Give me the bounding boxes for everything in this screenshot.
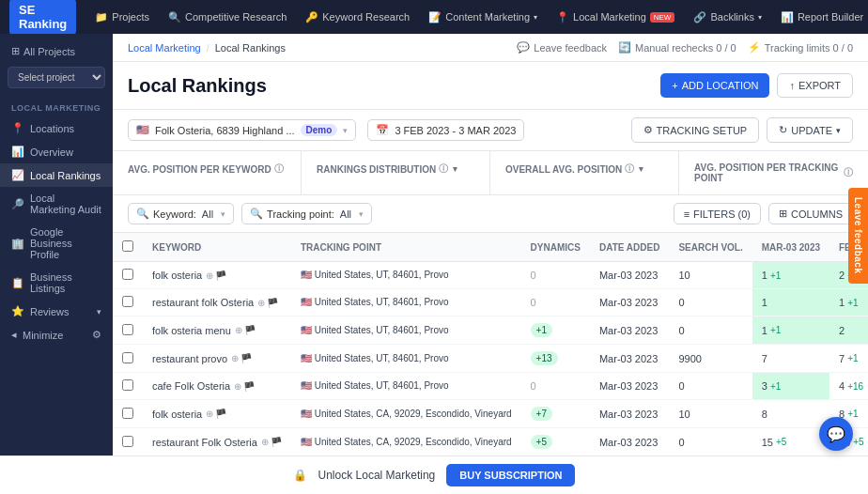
buy-subscription-button[interactable]: BUY SUBSCRIPTION [446, 464, 575, 486]
unlock-bar: 🔒 Unlock Local Marketing BUY SUBSCRIPTIO… [0, 455, 868, 494]
nav-report-builder[interactable]: 📊 Report Builder [773, 8, 868, 27]
gear-icon[interactable]: ⚙ [92, 329, 101, 341]
nav-local-marketing[interactable]: 📍 Local Marketing NEW [549, 8, 682, 27]
backlinks-icon: 🔗 [693, 11, 706, 23]
select-all-checkbox[interactable] [122, 240, 133, 252]
col-header-date[interactable]: DATE ADDED [590, 233, 669, 262]
breadcrumb-bar: Local Marketing / Local Rankings 💬 Leave… [113, 34, 868, 62]
nav-keyword-research[interactable]: 🔑 Keyword Research [298, 8, 417, 27]
nav-backlinks[interactable]: 🔗 Backlinks ▾ [686, 8, 768, 27]
row-checkbox[interactable] [122, 408, 133, 419]
filter-icon: 🔍 [136, 208, 149, 220]
keyword-text: folk osteria menu [152, 325, 231, 336]
sidebar-section-label: LOCAL MARKETING [0, 94, 113, 116]
reviews-icon: ⭐ [11, 305, 24, 317]
manual-rechecks[interactable]: 🔄 Manual rechecks 0 / 0 [618, 41, 736, 54]
search-volume: 0 [669, 373, 752, 400]
rank-value: 3 +1 [762, 380, 820, 392]
dynamics-badge: +7 [531, 407, 552, 421]
date-range-selector[interactable]: 📅 3 FEB 2023 - 3 MAR 2023 [367, 119, 524, 141]
tracking-setup-button[interactable]: ⚙ TRACKING SETUP [631, 117, 760, 143]
sidebar-item-reviews[interactable]: ⭐ Reviews ▾ [0, 300, 113, 323]
add-location-button[interactable]: + ADD LOCATION [660, 73, 769, 98]
project-select[interactable]: Select project [8, 67, 105, 88]
chevron-down-icon: ▾ [221, 209, 225, 219]
breadcrumb: Local Marketing / Local Rankings [128, 42, 286, 54]
nav-projects[interactable]: 📁 Projects [87, 8, 157, 27]
tracking-limits[interactable]: ⚡ Tracking limits 0 / 0 [748, 41, 853, 54]
sidebar-item-business-listings[interactable]: 📋 Business Listings [0, 266, 113, 300]
target-icon: ⊕ [234, 381, 241, 392]
target-icon: ⊕ [231, 353, 239, 363]
update-button[interactable]: ↻ UPDATE ▾ [767, 117, 853, 143]
rank-value: 8 [762, 409, 767, 420]
business-icon: 🏢 [11, 238, 24, 250]
main-content: Local Marketing / Local Rankings 💬 Leave… [113, 34, 868, 494]
target-icon: ⊕ [235, 325, 242, 335]
row-checkbox[interactable] [122, 324, 133, 335]
minimize-bar[interactable]: ◂Minimize⚙ [0, 323, 113, 347]
col-header-search-vol[interactable]: SEARCH VOL. [669, 233, 752, 262]
row-checkbox[interactable] [122, 436, 133, 447]
dynamics-value: 0 [531, 380, 536, 392]
columns-icon: ⊞ [779, 208, 787, 220]
row-checkbox[interactable] [122, 269, 133, 280]
col-header-dynamics[interactable]: DYNAMICS [521, 233, 590, 262]
columns-button[interactable]: ⊞ COLUMNS [768, 203, 853, 224]
pin-icon: 🏴 [271, 437, 282, 447]
rank-value: 15 +5 [762, 437, 820, 448]
tracking-icon: ⚡ [748, 41, 761, 54]
info-icon: ⓘ [625, 162, 634, 176]
sidebar-item-google-business[interactable]: 🏢 Google Business Profile [0, 221, 113, 266]
location-selector[interactable]: 🇺🇸 Folk Osteria, 6839 Highland ... Demo … [128, 119, 356, 141]
breadcrumb-parent[interactable]: Local Marketing [128, 42, 201, 54]
info-icon: ⓘ [439, 162, 448, 176]
brand-logo[interactable]: SE Ranking [9, 0, 76, 35]
stat-avg-position: AVG. POSITION PER KEYWORD ⓘ [113, 151, 302, 194]
export-button[interactable]: ↑ EXPORT [777, 73, 853, 98]
setup-icon: ⚙ [643, 124, 653, 136]
feedback-icon: 💬 [517, 41, 530, 54]
col-header-tracking[interactable]: TRACKING POINT [291, 233, 521, 262]
grid-icon: ⊞ [11, 45, 20, 57]
row-checkbox[interactable] [122, 379, 133, 391]
table-row: folk osteria ⊕ 🏴 🇺🇸 United States, CA, 9… [113, 400, 868, 428]
tp-flag-icon: 🇺🇸 [301, 325, 312, 335]
tracking-point-text: United States, UT, 84601, Provo [315, 297, 449, 307]
chat-button[interactable]: 💬 [819, 417, 853, 451]
date-added: Mar-03 2023 [590, 345, 669, 373]
info-icon: ⓘ [274, 162, 284, 176]
target-icon: ⊕ [257, 298, 265, 308]
sidebar-item-overview[interactable]: 📊 Overview [0, 140, 113, 163]
rank-value: 2 [839, 325, 845, 336]
date-added: Mar-03 2023 [590, 262, 669, 289]
date-added: Mar-03 2023 [590, 289, 669, 316]
nav-competitive-research[interactable]: 🔍 Competitive Research [161, 8, 294, 27]
pin-icon: 🏴 [244, 325, 256, 335]
leave-feedback-btn[interactable]: 💬 Leave feedback [517, 41, 607, 54]
rank-value: 8 +1 [839, 409, 868, 420]
keyword-filter[interactable]: 🔍 Keyword: All ▾ [128, 203, 234, 224]
export-icon: ↑ [789, 80, 795, 91]
plus-icon: + [672, 80, 677, 91]
sidebar-item-locations[interactable]: 📍 Locations [0, 116, 113, 140]
filters-button[interactable]: ≡ FILTERS (0) [674, 203, 761, 224]
pin-icon: 🏴 [267, 298, 278, 308]
demo-badge: Demo [301, 124, 338, 136]
sidebar-item-local-audit[interactable]: 🔎 Local Marketing Audit [0, 187, 113, 221]
col-header-mar03[interactable]: MAR-03 2023 [752, 233, 829, 262]
sidebar-item-local-rankings[interactable]: 📈 Local Rankings [0, 163, 113, 187]
audit-icon: 🔎 [11, 198, 24, 210]
keyword-text: folk osteria [152, 409, 202, 420]
sidebar-all-projects[interactable]: ⊞ All Projects [0, 41, 113, 61]
row-checkbox[interactable] [122, 296, 133, 307]
tracking-point-filter[interactable]: 🔍 Tracking point: All ▾ [241, 203, 372, 224]
col-header-keyword[interactable]: KEYWORD [143, 233, 291, 262]
nav-content-marketing[interactable]: 📝 Content Marketing ▾ [421, 8, 545, 27]
leave-feedback-tab[interactable]: Leave feedback [848, 188, 868, 284]
row-checkbox[interactable] [122, 352, 133, 363]
dynamics-value: 0 [531, 297, 536, 308]
table-row: restaurant Folk Osteria ⊕ 🏴 🇺🇸 United St… [113, 428, 868, 456]
unlock-text: Unlock Local Marketing [318, 469, 436, 482]
tp-flag-icon: 🇺🇸 [301, 297, 312, 307]
